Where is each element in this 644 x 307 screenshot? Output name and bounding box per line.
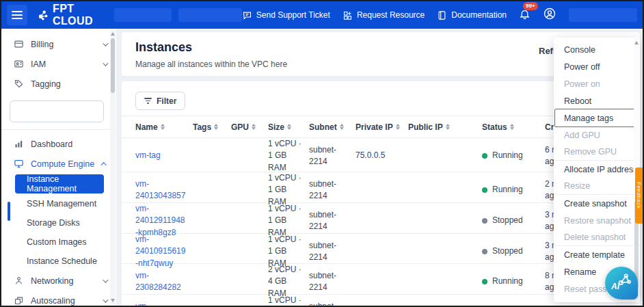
sidebar-item-iam[interactable]: IAM [1, 54, 116, 74]
menu-item-allocate-ip-address[interactable]: Allocate IP address [554, 161, 640, 178]
instance-name-link[interactable]: vm-tag [135, 150, 193, 161]
sidebar-item-autoscaling[interactable]: Autoscaling [1, 291, 116, 307]
subnet-cell: subnet-2214 [309, 209, 355, 233]
menu-item-console[interactable]: Console [554, 41, 640, 58]
running-dot-icon [482, 153, 487, 159]
feedback-label: Feedback [636, 182, 642, 209]
scrollbar-thumb[interactable] [111, 38, 115, 93]
account-name-redacted [569, 8, 637, 22]
menu-item-power-on: Power on [554, 75, 640, 92]
sort-icon[interactable] [510, 124, 514, 130]
sort-icon[interactable] [252, 124, 256, 130]
logo-text: FPT CLOUD [53, 3, 103, 27]
documentation-link[interactable]: Documentation [437, 10, 507, 21]
column-header-name[interactable]: Name [135, 122, 193, 132]
running-dot-icon [482, 187, 487, 193]
sort-icon[interactable] [340, 124, 344, 130]
billing-label: Billing [31, 40, 53, 49]
menu-item-create-template[interactable]: Create template [554, 246, 640, 263]
menu-item-manage-tags[interactable]: Manage tags [554, 109, 640, 126]
storage-disks-label: Storage Disks [27, 218, 80, 228]
running-dot-icon [482, 279, 487, 284]
sidebar-divider [1, 129, 116, 130]
send-support-ticket-link[interactable]: Send Support Ticket [242, 10, 330, 21]
column-header-private-ip[interactable]: Private IP [355, 122, 408, 132]
instance-actions-context-menu: Console Power off Power on Reboot Manage… [554, 38, 640, 302]
size-cell: 1 vCPU · 1 GB RAM [268, 138, 309, 174]
notifications-button[interactable]: 99+ [519, 8, 531, 23]
dashboard-icon [14, 139, 24, 149]
menu-item-remove-gpu: Remove GPU [554, 144, 640, 161]
instance-management-label: Instance Management [27, 174, 104, 193]
hamburger-menu-icon[interactable] [7, 5, 27, 25]
menu-item-delete-snapshot: Delete snapshot [554, 229, 640, 246]
iam-icon [14, 59, 24, 69]
filter-button[interactable]: Filter [135, 92, 185, 110]
molecule-logo-icon [37, 8, 49, 23]
sort-icon[interactable] [287, 124, 291, 130]
vpc-selector-redacted[interactable] [178, 8, 242, 22]
user-account-button[interactable] [543, 7, 556, 23]
request-resource-label: Request Resource [357, 10, 425, 20]
sort-icon[interactable] [161, 124, 165, 130]
scroll-up-icon[interactable] [111, 32, 115, 36]
sort-icon[interactable] [396, 124, 400, 130]
scroll-down-icon[interactable] [111, 299, 115, 302]
top-navbar: FPT CLOUD Send Support Ticket Request Re… [1, 1, 643, 29]
user-avatar-icon [543, 7, 556, 21]
sidebar: Billing IAM Tagging Dashboard [1, 29, 116, 306]
top-navbar-right: Send Support Ticket Request Resource Doc… [242, 7, 637, 23]
chevron-down-icon [103, 60, 108, 66]
feedback-tab[interactable]: Feedback [635, 168, 643, 224]
sidebar-item-instance-schedule[interactable]: Instance Schedule [1, 252, 116, 270]
project-selector-redacted[interactable] [10, 101, 104, 122]
fpt-cloud-logo: FPT CLOUD [37, 3, 103, 27]
dashboard-label: Dashboard [31, 139, 72, 149]
column-header-public-ip[interactable]: Public IP [408, 122, 482, 132]
autoscaling-label: Autoscaling [31, 296, 75, 306]
networking-label: Networking [31, 276, 74, 286]
column-header-subnet[interactable]: Subnet [309, 122, 355, 132]
selected-indicator-bar [8, 202, 10, 221]
sidebar-item-storage-disks[interactable]: Storage Disks [1, 213, 116, 232]
sidebar-item-ssh-management[interactable]: SSH Management [1, 194, 116, 213]
sidebar-scrollbar[interactable] [110, 30, 116, 304]
filter-label: Filter [157, 96, 176, 106]
instance-name-link[interactable]: vm-24010915619-nht7qwuy [135, 234, 193, 269]
sidebar-item-dashboard[interactable]: Dashboard [1, 134, 116, 154]
sidebar-item-compute-engine[interactable]: Compute Engine [1, 154, 116, 174]
column-header-size[interactable]: Size [268, 122, 309, 132]
stopped-dot-icon [482, 249, 487, 254]
column-header-gpu[interactable]: GPU [231, 122, 268, 132]
sidebar-item-billing[interactable]: Billing [1, 34, 116, 54]
instance-name-link[interactable]: vm-24013043857 [135, 178, 193, 202]
page-title: Instances [135, 40, 192, 55]
filter-icon [144, 98, 152, 104]
menu-item-create-snapshot[interactable]: Create snapshot [554, 195, 640, 212]
instance-name-link[interactable]: vm-23021442512 [135, 301, 193, 307]
request-resource-link[interactable]: Request Resource [343, 10, 425, 21]
sidebar-item-tagging[interactable]: Tagging [1, 74, 116, 94]
tag-icon [14, 79, 24, 89]
networking-icon [14, 276, 24, 286]
menu-item-reboot[interactable]: Reboot [554, 92, 640, 109]
column-header-status[interactable]: Status [482, 122, 545, 132]
sort-icon[interactable] [446, 124, 450, 130]
sidebar-item-custom-images[interactable]: Custom Images [1, 232, 116, 251]
sidebar-item-networking[interactable]: Networking [1, 271, 116, 291]
page-subtitle: Manage all instances within the VPC here [135, 59, 287, 69]
sidebar-item-instance-management[interactable]: Instance Management [15, 174, 104, 193]
menu-item-power-off[interactable]: Power off [554, 58, 640, 75]
menu-item-add-gpu: Add GPU [554, 126, 640, 144]
ai-assistant-button[interactable]: AI [605, 267, 638, 299]
region-selector-redacted[interactable] [114, 8, 172, 22]
ssh-management-label: SSH Management [27, 199, 96, 209]
chevron-down-icon [103, 297, 108, 302]
notification-badge: 99+ [523, 2, 538, 10]
sort-icon[interactable] [214, 124, 218, 130]
subnet-cell: subnet-2214 [309, 270, 355, 294]
instance-name-link[interactable]: vm-2308284282 [135, 270, 193, 294]
column-header-tags[interactable]: Tags [193, 122, 231, 132]
private-ip-cell: 75.0.0.5 [355, 150, 408, 161]
scroll-up-icon[interactable] [634, 41, 639, 44]
